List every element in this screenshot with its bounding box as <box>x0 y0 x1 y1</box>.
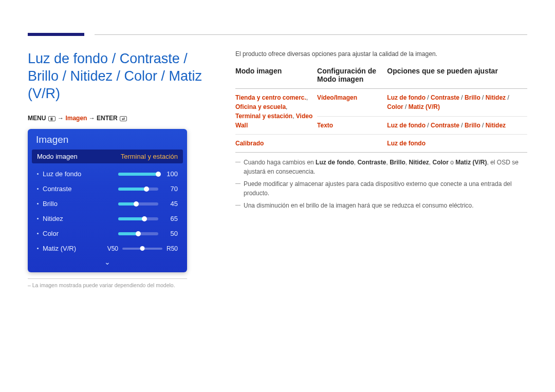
table-header: Modo imagen <box>235 67 317 89</box>
osd-mode-label: Modo imagen <box>37 153 78 160</box>
options-table: Modo imagen Configuración de Modo imagen… <box>235 67 527 153</box>
note-item: Una disminución en el brillo de la image… <box>235 201 527 210</box>
table-row: Tienda y centro comerc., Oficina y escue… <box>235 89 527 117</box>
osd-matiz-row[interactable]: Matiz (V/R)V50R50 <box>37 241 178 256</box>
osd-slider-row[interactable]: Luz de fondo100 <box>37 166 178 181</box>
osd-item-value: 100 <box>163 170 178 178</box>
bullet-icon <box>37 188 39 190</box>
page-title: Luz de fondo / Contraste / Brillo / Niti… <box>28 50 213 102</box>
breadcrumb: MENU Ⅲ → Imagen → ENTER ⏎ <box>28 115 213 122</box>
menu-icon: Ⅲ <box>48 116 55 121</box>
matiz-right: R50 <box>166 245 178 252</box>
bullet-icon <box>37 173 39 175</box>
matiz-thumb[interactable] <box>140 246 144 251</box>
osd-item-label: Matiz (V/R) <box>43 245 107 252</box>
osd-item-value: 45 <box>163 200 178 208</box>
matiz-track[interactable] <box>122 248 162 250</box>
osd-panel: Imagen Modo imagen Terminal y estación L… <box>28 129 187 272</box>
chevron-down-icon[interactable]: ⌄ <box>28 257 187 269</box>
osd-slider-row[interactable]: Nitidez65 <box>37 211 178 226</box>
matiz-left: V50 <box>107 245 118 252</box>
osd-item-label: Contraste <box>43 185 118 193</box>
slider-thumb[interactable] <box>142 216 147 221</box>
chapter-mark <box>28 33 84 36</box>
osd-mode-value: Terminal y estación <box>121 153 178 160</box>
osd-slider-row[interactable]: Brillo45 <box>37 196 178 211</box>
table-header: Opciones que se pueden ajustar <box>387 67 527 89</box>
slider-track[interactable] <box>118 188 158 191</box>
breadcrumb-menu: MENU <box>28 115 46 122</box>
note-item: Cuando haga cambios en Luz de fondo, Con… <box>235 158 527 176</box>
breadcrumb-enter: ENTER <box>97 115 118 122</box>
intro-text: El producto ofrece diversas opciones par… <box>235 50 527 58</box>
breadcrumb-arrow: → <box>58 115 65 122</box>
osd-item-label: Brillo <box>43 200 118 208</box>
notes-block: Cuando haga cambios en Luz de fondo, Con… <box>235 158 527 210</box>
table-row: CalibradoLuz de fondo <box>235 135 527 153</box>
table-header: Configuración de Modo imagen <box>317 67 387 89</box>
slider-track[interactable] <box>118 217 158 220</box>
bullet-icon <box>37 218 39 219</box>
slider-thumb[interactable] <box>136 231 141 236</box>
osd-item-value: 50 <box>163 230 178 237</box>
bullet-icon <box>37 248 39 249</box>
osd-divider <box>28 278 187 279</box>
osd-item-label: Luz de fondo <box>43 170 118 178</box>
osd-item-value: 70 <box>163 185 178 193</box>
slider-track[interactable] <box>118 202 158 206</box>
enter-icon: ⏎ <box>120 116 127 121</box>
slider-thumb[interactable] <box>144 186 149 192</box>
slider-thumb[interactable] <box>156 172 161 177</box>
slider-track[interactable] <box>118 232 158 235</box>
osd-slider-row[interactable]: Color50 <box>37 226 178 241</box>
osd-item-label: Nitidez <box>43 215 118 222</box>
osd-item-label: Color <box>43 230 118 237</box>
breadcrumb-mid: Imagen <box>65 115 87 122</box>
footnote: La imagen mostrada puede variar dependie… <box>28 282 213 288</box>
bullet-icon <box>37 233 39 234</box>
note-item: Puede modificar y almacenar ajustes para… <box>235 179 527 198</box>
osd-title: Imagen <box>28 129 187 150</box>
slider-track[interactable] <box>118 173 158 176</box>
header-rule <box>95 34 527 35</box>
osd-item-value: 65 <box>163 215 178 222</box>
bullet-icon <box>37 203 39 204</box>
breadcrumb-arrow: → <box>89 115 97 122</box>
slider-thumb[interactable] <box>134 201 139 207</box>
osd-slider-row[interactable]: Contraste70 <box>37 181 178 196</box>
osd-mode-row[interactable]: Modo imagen Terminal y estación <box>32 150 183 163</box>
